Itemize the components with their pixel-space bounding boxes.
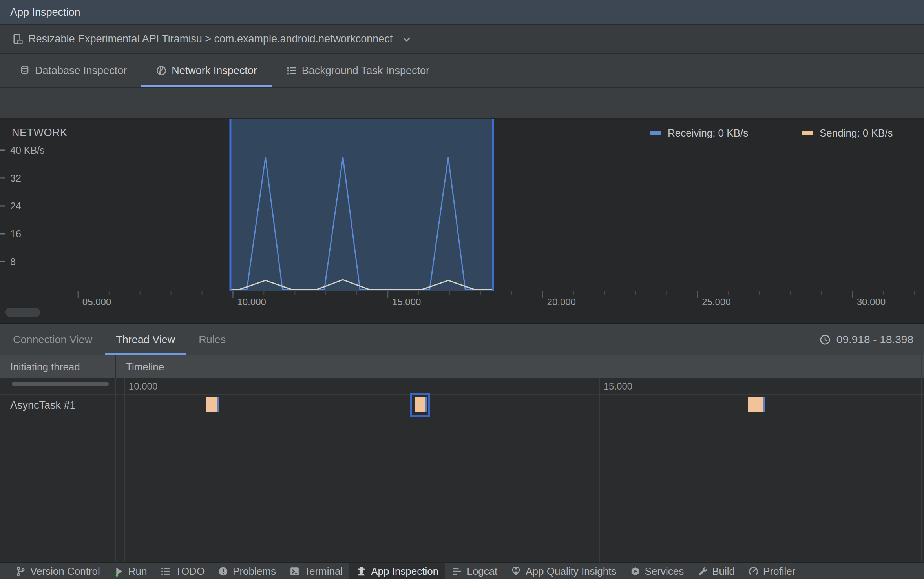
inspector-tab-strip: Database InspectorNetwork InspectorBackg… xyxy=(0,54,924,87)
toolbar-item-label: Run xyxy=(128,565,147,577)
legend-label: Sending: 0 KB/s xyxy=(820,127,893,139)
toolbar-item-version-control[interactable]: Version Control xyxy=(9,563,107,579)
selected-process-label: Resizable Experimental API Tiramisu > co… xyxy=(28,33,393,45)
process-selector[interactable]: Resizable Experimental API Tiramisu > co… xyxy=(0,25,924,54)
run-icon xyxy=(113,566,124,577)
toolbar-item-todo[interactable]: TODO xyxy=(153,563,211,579)
x-axis-tick-label: 30.000 xyxy=(857,297,886,307)
network-inspector-detail-panel: Connection ViewThread ViewRules 09.918 -… xyxy=(0,323,924,562)
toolbar-item-app-inspection[interactable]: App Inspection xyxy=(349,563,445,579)
network-usage-chart: 05.00010.00015.00020.00025.00030.000 NET… xyxy=(0,119,924,323)
legend-label: Receiving: 0 KB/s xyxy=(668,127,748,139)
thread-activity-block-selected[interactable] xyxy=(415,397,427,412)
column-header-initiating-thread: Initiating thread xyxy=(0,361,116,373)
tab-rules[interactable]: Rules xyxy=(187,324,237,355)
tool-window-titlebar: App Inspection xyxy=(0,0,924,25)
thread-column-scrollbar[interactable] xyxy=(12,382,109,386)
toolbar-item-label: TODO xyxy=(175,565,205,577)
toolbar-item-label: Build xyxy=(712,565,735,577)
terminal-icon xyxy=(289,566,300,577)
devices-icon xyxy=(12,33,24,46)
toolbar-item-profiler[interactable]: Profiler xyxy=(741,563,802,579)
timeline-gridline xyxy=(124,378,125,394)
logcat-icon xyxy=(452,566,462,577)
database-icon xyxy=(19,65,30,76)
thread-activity-block[interactable] xyxy=(206,397,219,412)
timeline-axis-row: 10.00015.000 xyxy=(0,378,924,395)
legend-swatch xyxy=(802,131,813,135)
tab-background-task-inspector[interactable]: Background Task Inspector xyxy=(272,54,444,87)
chart-horizontal-scrollbar[interactable] xyxy=(5,308,40,317)
selection-handle-left[interactable] xyxy=(229,119,231,291)
detail-view-tab-strip: Connection ViewThread ViewRules xyxy=(0,324,924,355)
y-axis-tick-label: 32 xyxy=(10,172,21,184)
globe-icon xyxy=(156,65,167,76)
chevron-down-icon xyxy=(401,34,412,45)
column-header-timeline: Timeline xyxy=(116,361,164,373)
selection-handle-right[interactable] xyxy=(492,119,494,291)
time-range-label: 09.918 - 18.398 xyxy=(836,333,913,346)
services-icon xyxy=(630,566,641,577)
tab-label: Database Inspector xyxy=(35,65,127,77)
chart-title: NETWORK xyxy=(12,127,68,139)
toolbar-item-label: Services xyxy=(645,565,684,577)
task-list-icon xyxy=(286,65,297,76)
panel-scrollbar-track[interactable] xyxy=(921,324,922,563)
tab-network-inspector[interactable]: Network Inspector xyxy=(141,54,272,87)
inspector-toolbar-strip xyxy=(0,87,924,119)
tool-window-title: App Inspection xyxy=(10,6,80,18)
x-axis-tick-label: 25.000 xyxy=(702,297,730,307)
x-axis-tick-label: 15.000 xyxy=(392,297,421,307)
timeline-tick-label: 10.000 xyxy=(129,381,157,392)
toolbar-item-label: Profiler xyxy=(763,565,795,577)
toolbar-item-label: Logcat xyxy=(467,565,497,577)
tab-database-inspector[interactable]: Database Inspector xyxy=(5,54,141,87)
tab-connection-view[interactable]: Connection View xyxy=(1,324,104,355)
selected-time-range: 09.918 - 18.398 xyxy=(819,324,913,355)
x-axis-tick-label: 05.000 xyxy=(82,297,111,307)
toolbar-item-app-quality-insights[interactable]: App Quality Insights xyxy=(504,563,623,579)
legend-item-sending: Sending: 0 KB/s xyxy=(802,127,893,139)
thread-table-header: Initiating thread Timeline xyxy=(0,355,924,378)
toolbar-item-run[interactable]: Run xyxy=(107,563,154,579)
y-axis-tick-label: 24 xyxy=(10,200,21,212)
selection-region[interactable] xyxy=(230,119,493,291)
todo-icon xyxy=(160,566,171,577)
timeline-gridline xyxy=(124,395,125,563)
toolbar-item-services[interactable]: Services xyxy=(623,563,691,579)
build-icon xyxy=(697,566,708,577)
toolbar-item-build[interactable]: Build xyxy=(690,563,741,579)
chart-canvas[interactable]: 05.00010.00015.00020.00025.00030.000 xyxy=(0,119,924,323)
clock-icon xyxy=(819,334,831,346)
x-axis-tick-label: 20.000 xyxy=(547,297,576,307)
git-branch-icon xyxy=(15,566,26,577)
app-inspection-window: App Inspection Resizable Experimental AP… xyxy=(0,0,924,579)
profiler-icon xyxy=(748,566,759,577)
column-divider-header xyxy=(115,355,116,378)
toolbar-item-label: Problems xyxy=(233,565,276,577)
toolbar-item-logcat[interactable]: Logcat xyxy=(445,563,504,579)
timeline-gridline xyxy=(599,378,600,394)
timeline-tick-label: 15.000 xyxy=(604,381,632,392)
x-axis-tick-label: 10.000 xyxy=(237,297,266,307)
thread-rows: AsyncTask #1 xyxy=(0,395,924,563)
y-axis-tick-label: 8 xyxy=(10,256,16,268)
legend-swatch xyxy=(650,131,661,135)
tab-label: Background Task Inspector xyxy=(302,65,429,77)
y-axis-tick-label: 16 xyxy=(10,228,21,240)
toolbar-item-terminal[interactable]: Terminal xyxy=(283,563,349,579)
thread-activity-block[interactable] xyxy=(748,397,765,412)
tab-label: Network Inspector xyxy=(172,65,257,77)
thread-name: AsyncTask #1 xyxy=(10,399,76,411)
tool-window-bar: Version ControlRunTODOProblemsTerminalAp… xyxy=(0,562,924,579)
app-inspection-icon xyxy=(356,566,367,577)
column-divider[interactable] xyxy=(115,355,116,563)
toolbar-item-label: App Inspection xyxy=(371,565,438,577)
toolbar-item-problems[interactable]: Problems xyxy=(211,563,283,579)
y-axis-tick-label: 40 KB/s xyxy=(10,144,45,156)
legend-item-receiving: Receiving: 0 KB/s xyxy=(650,127,748,139)
toolbar-item-label: App Quality Insights xyxy=(526,565,616,577)
toolbar-item-label: Terminal xyxy=(304,565,343,577)
tab-thread-view[interactable]: Thread View xyxy=(104,324,187,355)
problems-icon xyxy=(218,566,228,577)
